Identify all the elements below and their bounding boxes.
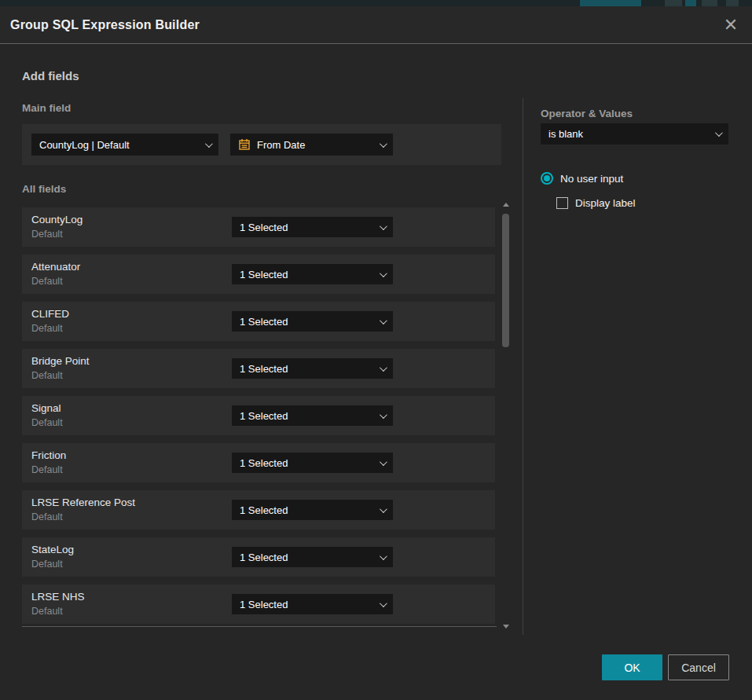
chevron-down-icon xyxy=(715,129,723,137)
field-selected-value: 1 Selected xyxy=(240,363,380,375)
field-row: LRSE Reference Post Default 1 Selected xyxy=(22,490,495,530)
main-field-label: Main field xyxy=(22,102,71,114)
field-source-label: Default xyxy=(31,323,63,334)
field-row: Bridge Point Default 1 Selected xyxy=(22,349,495,388)
chevron-down-icon xyxy=(380,269,387,277)
operator-values-heading: Operator & Values xyxy=(541,108,633,119)
field-name: Signal xyxy=(31,402,61,414)
field-name: Attenuator xyxy=(31,261,80,273)
dialog-title: Group SQL Expression Builder xyxy=(10,18,200,32)
display-label-checkbox[interactable]: Display label xyxy=(556,197,636,209)
field-selected-dropdown[interactable]: 1 Selected xyxy=(232,311,393,332)
main-field-field-dropdown[interactable]: From Date xyxy=(230,134,393,156)
scrollbar-down-arrow-icon[interactable] xyxy=(503,625,509,629)
field-selected-value: 1 Selected xyxy=(240,599,380,610)
field-source-label: Default xyxy=(31,370,63,381)
chevron-down-icon xyxy=(380,505,387,513)
field-row: CLIFED Default 1 Selected xyxy=(22,302,495,341)
field-row: StateLog Default 1 Selected xyxy=(22,537,495,577)
field-source-label: Default xyxy=(31,229,63,240)
chevron-down-icon xyxy=(205,140,213,148)
field-selected-dropdown[interactable]: 1 Selected xyxy=(232,547,393,567)
field-selected-dropdown[interactable]: 1 Selected xyxy=(232,217,393,237)
main-field-source-value: CountyLog | Default xyxy=(39,139,205,151)
fields-list-scrollbar xyxy=(501,201,512,630)
background-app-fragment xyxy=(685,0,696,6)
field-source-label: Default xyxy=(31,606,63,617)
main-field-field-value: From Date xyxy=(257,139,380,151)
field-selected-dropdown[interactable]: 1 Selected xyxy=(232,500,393,520)
chevron-down-icon xyxy=(380,317,387,324)
field-selected-dropdown[interactable]: 1 Selected xyxy=(232,453,393,473)
field-row: LRSE NHS Default 1 Selected xyxy=(22,585,495,624)
background-app-fragment xyxy=(702,0,717,6)
field-selected-value: 1 Selected xyxy=(240,269,380,280)
panel-divider xyxy=(523,98,523,635)
field-name: StateLog xyxy=(31,544,74,555)
background-app-strip xyxy=(0,0,752,6)
chevron-down-icon xyxy=(380,552,387,560)
field-source-label: Default xyxy=(31,559,63,570)
close-icon[interactable]: ✕ xyxy=(722,16,739,34)
checkbox-unchecked-icon xyxy=(556,197,568,209)
scrollbar-up-arrow-icon[interactable] xyxy=(503,203,509,207)
field-selected-value: 1 Selected xyxy=(240,504,380,516)
add-fields-heading: Add fields xyxy=(22,69,79,82)
field-selected-value: 1 Selected xyxy=(240,222,380,233)
operator-value: is blank xyxy=(548,128,715,140)
list-bottom-divider xyxy=(22,626,497,627)
background-app-fragment xyxy=(726,0,739,6)
radio-label: No user input xyxy=(560,173,623,185)
field-name: Friction xyxy=(31,449,66,461)
field-name: LRSE Reference Post xyxy=(31,497,135,508)
background-app-fragment xyxy=(665,0,682,6)
field-selected-dropdown[interactable]: 1 Selected xyxy=(232,358,393,379)
checkbox-label: Display label xyxy=(575,197,636,209)
field-name: LRSE NHS xyxy=(31,591,85,603)
background-app-fragment xyxy=(580,0,641,6)
chevron-down-icon xyxy=(380,222,387,230)
field-name: CLIFED xyxy=(31,308,69,320)
field-row: Friction Default 1 Selected xyxy=(22,443,495,482)
ok-button[interactable]: OK xyxy=(602,654,662,680)
chevron-down-icon xyxy=(380,140,387,148)
cancel-button[interactable]: Cancel xyxy=(668,654,729,680)
field-row: Signal Default 1 Selected xyxy=(22,396,495,435)
field-selected-dropdown[interactable]: 1 Selected xyxy=(232,405,393,426)
field-row: Attenuator Default 1 Selected xyxy=(22,255,495,294)
field-source-label: Default xyxy=(31,511,63,522)
all-fields-list: CountyLog Default 1 Selected Attenuator … xyxy=(22,207,495,632)
operator-dropdown[interactable]: is blank xyxy=(541,123,728,145)
chevron-down-icon xyxy=(380,458,387,466)
field-name: CountyLog xyxy=(31,214,83,225)
group-sql-expression-builder-dialog: Group SQL Expression Builder ✕ Add field… xyxy=(0,6,752,700)
dialog-titlebar: Group SQL Expression Builder ✕ xyxy=(0,6,752,44)
field-selected-value: 1 Selected xyxy=(240,316,380,328)
main-field-source-dropdown[interactable]: CountyLog | Default xyxy=(31,134,218,156)
field-selected-dropdown[interactable]: 1 Selected xyxy=(232,264,393,284)
calendar-icon xyxy=(238,138,251,151)
field-selected-dropdown[interactable]: 1 Selected xyxy=(232,594,393,614)
field-selected-value: 1 Selected xyxy=(240,410,380,422)
field-source-label: Default xyxy=(31,417,63,428)
field-row: CountyLog Default 1 Selected xyxy=(22,207,495,247)
field-name: Bridge Point xyxy=(31,355,90,367)
field-source-label: Default xyxy=(31,464,63,475)
all-fields-label: All fields xyxy=(22,183,66,195)
no-user-input-radio[interactable]: No user input xyxy=(541,172,623,185)
chevron-down-icon xyxy=(380,411,387,419)
scrollbar-thumb[interactable] xyxy=(502,214,509,347)
field-source-label: Default xyxy=(31,276,63,287)
radio-selected-icon xyxy=(541,172,553,185)
field-selected-value: 1 Selected xyxy=(240,457,380,469)
main-field-panel: CountyLog | Default From Date xyxy=(22,124,501,165)
field-selected-value: 1 Selected xyxy=(240,552,380,563)
chevron-down-icon xyxy=(380,364,387,372)
chevron-down-icon xyxy=(380,599,387,607)
